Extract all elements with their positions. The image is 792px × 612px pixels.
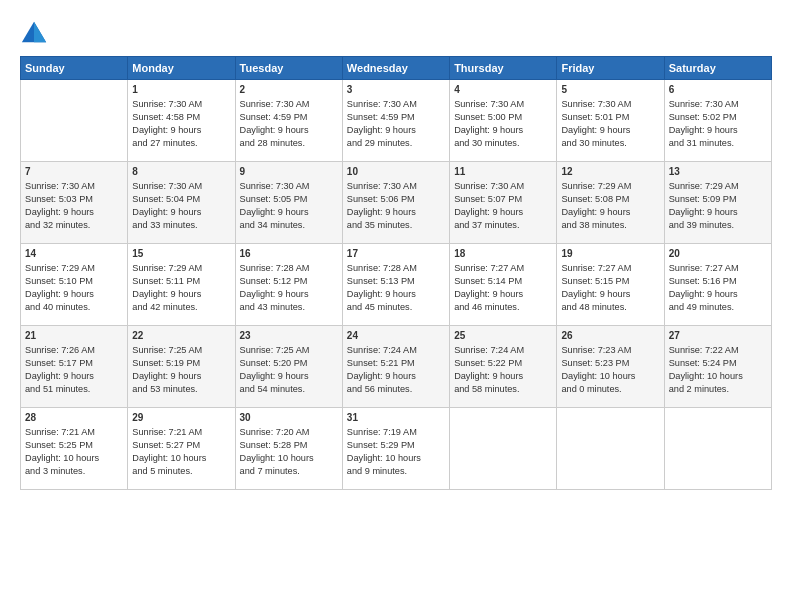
cell-line: Sunrise: 7:29 AM <box>669 180 767 193</box>
cell-line: Daylight: 9 hours <box>132 288 230 301</box>
cell-line: Sunset: 5:19 PM <box>132 357 230 370</box>
cell-line: and 58 minutes. <box>454 383 552 396</box>
day-number: 31 <box>347 411 445 425</box>
cell-content: 1Sunrise: 7:30 AMSunset: 4:58 PMDaylight… <box>132 83 230 150</box>
cell-line: and 48 minutes. <box>561 301 659 314</box>
header-cell-saturday: Saturday <box>664 57 771 80</box>
day-number: 22 <box>132 329 230 343</box>
cell-content: 3Sunrise: 7:30 AMSunset: 4:59 PMDaylight… <box>347 83 445 150</box>
cell-line: Sunset: 5:01 PM <box>561 111 659 124</box>
cell-line: Daylight: 10 hours <box>347 452 445 465</box>
calendar-cell: 11Sunrise: 7:30 AMSunset: 5:07 PMDayligh… <box>450 162 557 244</box>
cell-line: Sunrise: 7:30 AM <box>454 98 552 111</box>
cell-line: Daylight: 9 hours <box>347 370 445 383</box>
cell-line: and 34 minutes. <box>240 219 338 232</box>
cell-line: Sunset: 5:16 PM <box>669 275 767 288</box>
cell-line: Daylight: 10 hours <box>561 370 659 383</box>
day-number: 3 <box>347 83 445 97</box>
cell-line: Sunrise: 7:30 AM <box>669 98 767 111</box>
calendar-cell: 6Sunrise: 7:30 AMSunset: 5:02 PMDaylight… <box>664 80 771 162</box>
calendar-cell: 2Sunrise: 7:30 AMSunset: 4:59 PMDaylight… <box>235 80 342 162</box>
cell-line: Sunset: 5:15 PM <box>561 275 659 288</box>
cell-line: Sunrise: 7:30 AM <box>132 98 230 111</box>
cell-line: Sunrise: 7:30 AM <box>347 180 445 193</box>
day-number: 1 <box>132 83 230 97</box>
day-number: 12 <box>561 165 659 179</box>
cell-line: Sunset: 5:12 PM <box>240 275 338 288</box>
calendar-cell: 24Sunrise: 7:24 AMSunset: 5:21 PMDayligh… <box>342 326 449 408</box>
calendar-header: SundayMondayTuesdayWednesdayThursdayFrid… <box>21 57 772 80</box>
cell-line: Daylight: 9 hours <box>669 206 767 219</box>
week-row-1: 7Sunrise: 7:30 AMSunset: 5:03 PMDaylight… <box>21 162 772 244</box>
cell-line: and 29 minutes. <box>347 137 445 150</box>
cell-line: Daylight: 10 hours <box>25 452 123 465</box>
cell-line: Sunrise: 7:30 AM <box>561 98 659 111</box>
cell-line: Daylight: 9 hours <box>561 124 659 137</box>
cell-line: Daylight: 9 hours <box>454 370 552 383</box>
cell-line: Sunset: 5:00 PM <box>454 111 552 124</box>
cell-line: Sunrise: 7:30 AM <box>454 180 552 193</box>
calendar-cell: 5Sunrise: 7:30 AMSunset: 5:01 PMDaylight… <box>557 80 664 162</box>
cell-line: Daylight: 9 hours <box>561 206 659 219</box>
cell-line: Sunset: 5:20 PM <box>240 357 338 370</box>
cell-line: Daylight: 9 hours <box>454 206 552 219</box>
day-number: 7 <box>25 165 123 179</box>
cell-content: 22Sunrise: 7:25 AMSunset: 5:19 PMDayligh… <box>132 329 230 396</box>
cell-line: Daylight: 9 hours <box>454 124 552 137</box>
logo-icon <box>20 18 48 46</box>
cell-content: 10Sunrise: 7:30 AMSunset: 5:06 PMDayligh… <box>347 165 445 232</box>
header-cell-tuesday: Tuesday <box>235 57 342 80</box>
cell-line: Sunset: 5:13 PM <box>347 275 445 288</box>
calendar-cell: 12Sunrise: 7:29 AMSunset: 5:08 PMDayligh… <box>557 162 664 244</box>
cell-line: Daylight: 9 hours <box>454 288 552 301</box>
day-number: 14 <box>25 247 123 261</box>
calendar-cell: 20Sunrise: 7:27 AMSunset: 5:16 PMDayligh… <box>664 244 771 326</box>
cell-line: Sunset: 5:25 PM <box>25 439 123 452</box>
day-number: 15 <box>132 247 230 261</box>
calendar-cell: 18Sunrise: 7:27 AMSunset: 5:14 PMDayligh… <box>450 244 557 326</box>
cell-line: Sunset: 5:28 PM <box>240 439 338 452</box>
calendar-table: SundayMondayTuesdayWednesdayThursdayFrid… <box>20 56 772 490</box>
day-number: 29 <box>132 411 230 425</box>
cell-content: 24Sunrise: 7:24 AMSunset: 5:21 PMDayligh… <box>347 329 445 396</box>
cell-line: Sunrise: 7:30 AM <box>25 180 123 193</box>
cell-line: Daylight: 9 hours <box>132 124 230 137</box>
cell-line: and 5 minutes. <box>132 465 230 478</box>
cell-line: Sunset: 5:24 PM <box>669 357 767 370</box>
cell-content: 31Sunrise: 7:19 AMSunset: 5:29 PMDayligh… <box>347 411 445 478</box>
cell-line: Daylight: 10 hours <box>669 370 767 383</box>
header-cell-thursday: Thursday <box>450 57 557 80</box>
calendar-cell: 4Sunrise: 7:30 AMSunset: 5:00 PMDaylight… <box>450 80 557 162</box>
cell-line: and 42 minutes. <box>132 301 230 314</box>
calendar-cell <box>557 408 664 490</box>
cell-content: 6Sunrise: 7:30 AMSunset: 5:02 PMDaylight… <box>669 83 767 150</box>
cell-line: and 49 minutes. <box>669 301 767 314</box>
cell-line: Sunset: 4:59 PM <box>240 111 338 124</box>
calendar-cell: 29Sunrise: 7:21 AMSunset: 5:27 PMDayligh… <box>128 408 235 490</box>
cell-content: 9Sunrise: 7:30 AMSunset: 5:05 PMDaylight… <box>240 165 338 232</box>
calendar-cell <box>450 408 557 490</box>
calendar-cell: 19Sunrise: 7:27 AMSunset: 5:15 PMDayligh… <box>557 244 664 326</box>
cell-line: and 51 minutes. <box>25 383 123 396</box>
cell-line: Sunrise: 7:19 AM <box>347 426 445 439</box>
calendar-cell: 8Sunrise: 7:30 AMSunset: 5:04 PMDaylight… <box>128 162 235 244</box>
cell-line: Sunrise: 7:27 AM <box>454 262 552 275</box>
cell-line: Daylight: 9 hours <box>25 206 123 219</box>
day-number: 24 <box>347 329 445 343</box>
cell-line: Daylight: 10 hours <box>240 452 338 465</box>
calendar-cell: 28Sunrise: 7:21 AMSunset: 5:25 PMDayligh… <box>21 408 128 490</box>
week-row-4: 28Sunrise: 7:21 AMSunset: 5:25 PMDayligh… <box>21 408 772 490</box>
cell-content: 18Sunrise: 7:27 AMSunset: 5:14 PMDayligh… <box>454 247 552 314</box>
cell-line: Daylight: 9 hours <box>132 206 230 219</box>
cell-line: Daylight: 9 hours <box>240 124 338 137</box>
cell-line: Daylight: 9 hours <box>25 370 123 383</box>
cell-line: Daylight: 9 hours <box>669 124 767 137</box>
cell-line: and 39 minutes. <box>669 219 767 232</box>
day-number: 21 <box>25 329 123 343</box>
cell-content: 5Sunrise: 7:30 AMSunset: 5:01 PMDaylight… <box>561 83 659 150</box>
cell-line: Sunset: 5:07 PM <box>454 193 552 206</box>
cell-line: Daylight: 9 hours <box>347 288 445 301</box>
day-number: 5 <box>561 83 659 97</box>
cell-line: Sunset: 5:05 PM <box>240 193 338 206</box>
calendar-cell: 21Sunrise: 7:26 AMSunset: 5:17 PMDayligh… <box>21 326 128 408</box>
